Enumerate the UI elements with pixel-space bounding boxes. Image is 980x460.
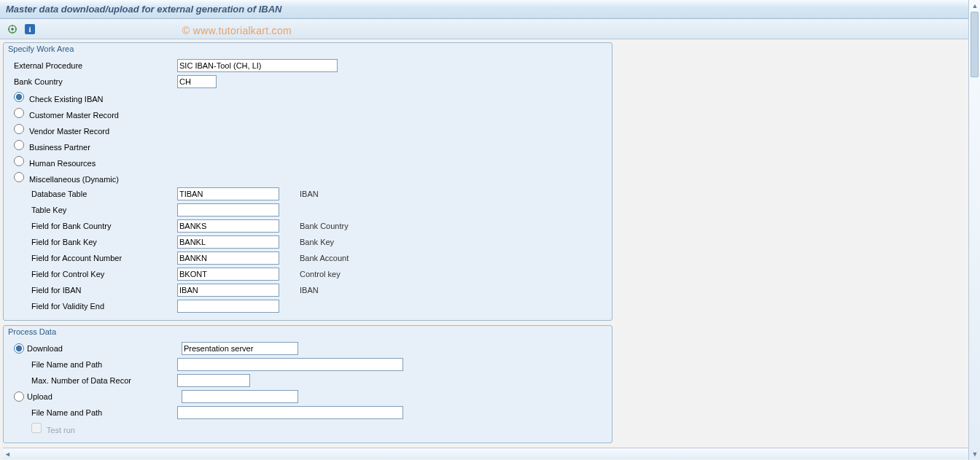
- label-download-file: File Name and Path: [9, 360, 177, 369]
- radio-customer-master[interactable]: Customer Master Record: [14, 108, 119, 120]
- label-field-control-key: Field for Control Key: [9, 270, 177, 278]
- label-table-key: Table Key: [9, 206, 177, 214]
- radio-business-partner[interactable]: Business Partner: [14, 140, 90, 152]
- select-bank-country[interactable]: CH: [177, 75, 217, 88]
- input-field-validity-end[interactable]: [177, 300, 279, 313]
- label-field-bank-key: Field for Bank Key: [9, 238, 177, 246]
- input-field-account[interactable]: [177, 252, 279, 265]
- app-toolbar: i: [0, 19, 980, 39]
- page-title: Master data download/upload for external…: [6, 4, 282, 15]
- group-specify-work-area: Specify Work Area External Procedure SIC…: [3, 42, 612, 321]
- group-process-data: Process Data Download Presentation serve…: [3, 325, 612, 443]
- input-db-table[interactable]: [177, 187, 279, 200]
- label-field-bank-country: Field for Bank Country: [9, 222, 177, 230]
- input-field-iban[interactable]: [177, 284, 279, 297]
- label-upload-file: File Name and Path: [9, 408, 177, 417]
- input-download-max[interactable]: [177, 374, 250, 387]
- title-bar: Master data download/upload for external…: [0, 0, 980, 19]
- scroll-down-icon[interactable]: ▼: [969, 448, 980, 460]
- radio-miscellaneous[interactable]: Miscellaneous (Dynamic): [14, 172, 119, 184]
- desc-field-iban: IBAN: [279, 286, 319, 295]
- label-field-iban: Field for IBAN: [9, 286, 177, 295]
- input-field-control-key[interactable]: [177, 268, 279, 281]
- select-upload-target[interactable]: [182, 390, 298, 403]
- label-bank-country: Bank Country: [9, 77, 177, 86]
- checkbox-test-run: Test run: [31, 426, 75, 434]
- scroll-thumb[interactable]: [971, 12, 979, 77]
- desc-field-bank-key: Bank Key: [279, 238, 334, 246]
- radio-vendor-master[interactable]: Vendor Master Record: [14, 124, 109, 136]
- execute-icon[interactable]: [4, 22, 20, 36]
- vertical-scrollbar[interactable]: ▲ ▼: [968, 0, 980, 460]
- horizontal-scrollbar[interactable]: ◄ ►: [3, 448, 977, 459]
- svg-point-1: [11, 28, 14, 31]
- select-download-target[interactable]: Presentation server: [182, 342, 298, 355]
- group-title-process: Process Data: [4, 326, 612, 339]
- input-field-bank-country[interactable]: [177, 219, 279, 233]
- input-table-key[interactable]: [177, 203, 279, 217]
- scroll-up-icon[interactable]: ▲: [969, 0, 980, 12]
- label-external-procedure: External Procedure: [9, 61, 177, 70]
- radio-human-resources[interactable]: Human Resources: [14, 156, 96, 168]
- scroll-left-icon[interactable]: ◄: [4, 451, 11, 458]
- info-icon: i: [25, 24, 35, 34]
- desc-field-control-key: Control key: [279, 270, 341, 278]
- input-field-bank-key[interactable]: [177, 235, 279, 249]
- desc-db-table: IBAN: [279, 190, 319, 198]
- desc-field-account: Bank Account: [279, 254, 349, 262]
- desc-field-bank-country: Bank Country: [279, 222, 349, 230]
- content-area: Specify Work Area External Procedure SIC…: [0, 39, 980, 460]
- radio-upload[interactable]: Upload: [14, 391, 182, 402]
- radio-check-iban[interactable]: Check Existing IBAN: [14, 92, 104, 104]
- label-field-account: Field for Account Number: [9, 254, 177, 262]
- input-download-file[interactable]: [177, 358, 403, 371]
- label-download-max: Max. Number of Data Recor: [9, 376, 177, 385]
- info-button[interactable]: i: [22, 22, 38, 36]
- group-title-workarea: Specify Work Area: [4, 43, 612, 56]
- radio-download[interactable]: Download: [14, 343, 182, 354]
- input-upload-file[interactable]: [177, 406, 403, 419]
- label-field-validity-end: Field for Validity End: [9, 302, 177, 311]
- label-db-table: Database Table: [9, 190, 177, 198]
- select-external-procedure[interactable]: SIC IBAN-Tool (CH, LI): [177, 59, 338, 72]
